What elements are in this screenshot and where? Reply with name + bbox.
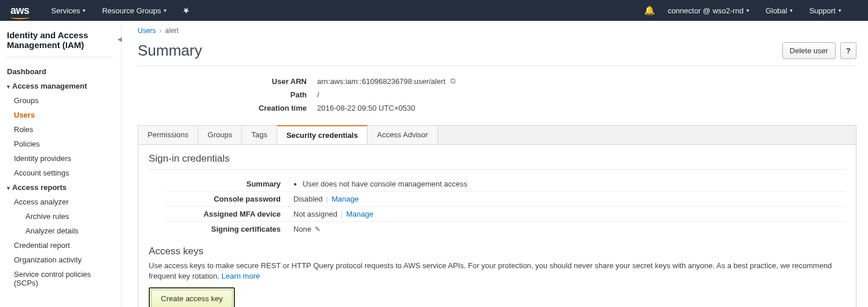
sidebar: Identity and Access Management (IAM) ◀ D… xyxy=(0,21,122,307)
breadcrumb-current: alert xyxy=(165,27,178,35)
signing-cert-label: Signing certificates xyxy=(166,225,293,233)
manage-console-password-link[interactable]: Manage xyxy=(332,195,359,203)
sidebar-item-organization-activity[interactable]: Organization activity xyxy=(5,253,114,267)
support-label: Support xyxy=(809,6,836,15)
pin-icon[interactable]: ★ xyxy=(181,5,192,16)
creation-time-value: 2016-08-22 09:50 UTC+0530 xyxy=(317,104,415,112)
console-password-value: Disabled xyxy=(293,195,323,203)
chevron-right-icon: › xyxy=(159,27,161,35)
user-arn-label: User ARN xyxy=(230,77,317,86)
sidebar-item-dashboard[interactable]: Dashboard xyxy=(5,64,114,79)
mfa-label: Assigned MFA device xyxy=(166,210,293,218)
signin-grid: Summary ●User does not have console mana… xyxy=(166,177,845,236)
path-value: / xyxy=(317,90,319,99)
support-menu[interactable]: Support ▾ xyxy=(809,6,841,15)
access-keys-description: Use access keys to make secure REST or H… xyxy=(149,261,845,282)
create-access-key-highlight: Create access key xyxy=(149,287,235,307)
sidebar-item-account-settings[interactable]: Account settings xyxy=(5,166,114,180)
tabs: Permissions Groups Tags Security credent… xyxy=(138,125,856,144)
sidebar-item-archive-rules[interactable]: Archive rules xyxy=(5,209,114,224)
topbar: aws Services ▾ Resource Groups ▾ ★ 🔔 con… xyxy=(0,0,868,21)
region-menu[interactable]: Global ▾ xyxy=(766,6,793,15)
pencil-icon[interactable]: ✎ xyxy=(315,225,321,233)
titlebar: Summary Delete user ? xyxy=(138,42,856,66)
signing-cert-value: None xyxy=(293,225,311,233)
chevron-down-icon: ▾ xyxy=(746,8,749,13)
sidebar-item-access-analyzer[interactable]: Access analyzer xyxy=(5,195,114,209)
main-panel: Users › alert Summary Delete user ? User… xyxy=(122,21,868,307)
sidebar-item-groups[interactable]: Groups xyxy=(5,93,114,108)
region-label: Global xyxy=(766,6,788,15)
delete-user-button[interactable]: Delete user xyxy=(782,42,836,59)
tab-groups[interactable]: Groups xyxy=(198,126,242,144)
access-keys-heading: Access keys xyxy=(149,246,845,257)
tab-tags[interactable]: Tags xyxy=(242,126,277,144)
sidebar-title: Identity and Access Management (IAM) xyxy=(5,30,114,50)
chevron-down-icon: ▾ xyxy=(790,8,793,13)
breadcrumb: Users › alert xyxy=(138,27,856,35)
sidebar-item-scps[interactable]: Service control policies (SCPs) xyxy=(5,267,114,290)
summary-label: Summary xyxy=(166,180,293,188)
sidebar-item-policies[interactable]: Policies xyxy=(5,137,114,151)
tabpanel-security: Sign-in credentials Summary ●User does n… xyxy=(138,144,856,307)
sidebar-item-credential-report[interactable]: Credential report xyxy=(5,238,114,253)
learn-more-link[interactable]: Learn more xyxy=(222,272,260,280)
page-title: Summary xyxy=(138,42,782,60)
signin-heading: Sign-in credentials xyxy=(149,153,845,165)
bell-icon[interactable]: 🔔 xyxy=(644,5,655,16)
copy-icon[interactable]: ⧉ xyxy=(450,76,455,86)
sidebar-item-roles[interactable]: Roles xyxy=(5,122,114,137)
breadcrumb-users-link[interactable]: Users xyxy=(138,27,156,35)
creation-time-label: Creation time xyxy=(230,104,317,112)
account-menu[interactable]: connector @ wso2-rnd ▾ xyxy=(668,6,749,15)
sidebar-item-analyzer-details[interactable]: Analyzer details xyxy=(5,224,114,238)
services-label: Services xyxy=(52,6,80,15)
chevron-down-icon: ▾ xyxy=(164,8,167,13)
services-menu[interactable]: Services ▾ xyxy=(52,6,86,15)
chevron-down-icon: ▾ xyxy=(83,8,86,13)
create-access-key-button[interactable]: Create access key xyxy=(151,290,233,307)
sidebar-section-access-reports[interactable]: Access reports xyxy=(5,180,114,195)
user-attributes: User ARN arn:aws:iam::610968236798:user/… xyxy=(230,74,856,115)
bullet-icon: ● xyxy=(293,181,297,187)
sidebar-section-access-management[interactable]: Access management xyxy=(5,79,114,93)
mfa-value: Not assigned xyxy=(293,210,337,218)
manage-mfa-link[interactable]: Manage xyxy=(346,210,373,218)
chevron-down-icon: ▾ xyxy=(838,8,841,13)
resource-groups-label: Resource Groups xyxy=(102,6,161,15)
console-password-label: Console password xyxy=(166,195,293,203)
sidebar-item-users[interactable]: Users xyxy=(5,108,114,122)
aws-logo[interactable]: aws xyxy=(10,5,30,17)
tab-access-advisor[interactable]: Access Advisor xyxy=(367,126,437,144)
path-label: Path xyxy=(230,90,317,99)
help-button[interactable]: ? xyxy=(840,42,856,59)
tab-security-credentials[interactable]: Security credentials xyxy=(277,125,368,144)
account-label: connector @ wso2-rnd xyxy=(668,6,744,15)
tab-permissions[interactable]: Permissions xyxy=(138,126,198,144)
summary-value: User does not have console management ac… xyxy=(303,180,468,188)
resource-groups-menu[interactable]: Resource Groups ▾ xyxy=(102,6,167,15)
user-arn-value: arn:aws:iam::610968236798:user/alert xyxy=(317,77,446,86)
collapse-sidebar-icon[interactable]: ◀ xyxy=(117,36,124,43)
sidebar-item-identity-providers[interactable]: Identity providers xyxy=(5,151,114,166)
